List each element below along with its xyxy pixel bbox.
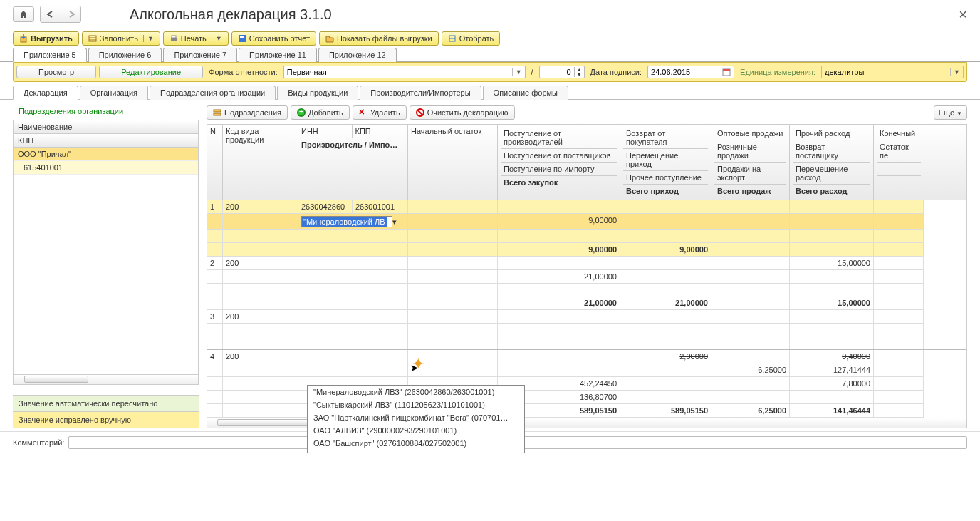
tab-app11[interactable]: Приложение 11 xyxy=(239,48,317,62)
svg-rect-1 xyxy=(89,36,96,41)
tab-app12[interactable]: Приложение 12 xyxy=(318,48,397,62)
subdiv-button[interactable]: Подразделения xyxy=(207,105,288,120)
add-button[interactable]: Добавить xyxy=(291,105,350,120)
producer-dropdown[interactable]: "Минераловодский ЛВЗ" (2630042860/263001… xyxy=(307,385,525,453)
col-prod: Производитель / Импо… xyxy=(298,138,407,151)
print-dropdown[interactable]: ▼ xyxy=(212,35,222,42)
save-button[interactable]: Сохранить отчет xyxy=(231,31,316,46)
subtab-producers[interactable]: Производители/Импортеры xyxy=(360,86,481,100)
col-kpp: КПП xyxy=(14,134,198,148)
col-n: N xyxy=(207,125,223,200)
export-button[interactable]: Выгрузить xyxy=(13,31,79,46)
clear-button[interactable]: Очистить декларацию xyxy=(410,105,515,120)
close-button[interactable]: × xyxy=(959,6,967,23)
home-button[interactable] xyxy=(13,6,34,22)
svg-rect-4 xyxy=(171,38,177,41)
sign-date-label: Дата подписи: xyxy=(588,68,645,76)
svg-rect-5 xyxy=(172,36,176,38)
back-button[interactable] xyxy=(41,6,61,22)
tab-app7[interactable]: Приложение 7 xyxy=(163,48,237,62)
cell-n[interactable]: 1 xyxy=(207,200,223,214)
legend-auto: Значение автоматически пересчитано xyxy=(13,395,199,411)
svg-rect-12 xyxy=(214,110,221,112)
chevron-down-icon[interactable]: ▾ xyxy=(392,217,397,227)
corr-down[interactable]: ▼ xyxy=(575,72,584,77)
tab-app6[interactable]: Приложение 6 xyxy=(88,48,162,62)
subtab-kinds[interactable]: Виды продукции xyxy=(277,86,358,100)
delete-icon: × xyxy=(359,108,368,117)
dropdown-option[interactable]: ОАО "АЛВИЗ" (2900000293/290101001) xyxy=(308,424,524,437)
dropdown-option[interactable]: ОАО "РОСТСПИРТПРОМ" (7730605160/10014300… xyxy=(308,450,524,453)
org-row[interactable]: ООО "Причал" xyxy=(14,148,198,161)
legend-manual: Значение исправлено вручную xyxy=(13,411,199,428)
cell-inn[interactable]: 2630042860 xyxy=(298,200,353,214)
report-form-select[interactable] xyxy=(284,66,512,78)
left-title: Подразделения организации xyxy=(13,105,199,117)
col-inn: ИНН xyxy=(298,125,353,138)
left-scrollbar[interactable] xyxy=(13,375,199,385)
subtab-desc[interactable]: Описание формы xyxy=(483,86,568,100)
clear-icon xyxy=(416,108,424,117)
col-name: Наименование xyxy=(14,120,198,134)
dropdown-option[interactable]: ОАО "Башспирт" (0276100884/027502001) xyxy=(308,437,524,450)
cell-kpp[interactable]: 263001001 xyxy=(353,200,408,214)
fill-button[interactable]: Заполнить ▼ xyxy=(82,31,160,46)
sign-date[interactable] xyxy=(648,66,719,78)
print-button[interactable]: Печать ▼ xyxy=(163,31,229,46)
kpp-row[interactable]: 615401001 xyxy=(14,161,198,175)
svg-rect-7 xyxy=(240,36,244,38)
dropdown-option[interactable]: ЗАО "Нарткалинский пищекомбинат "Вега" (… xyxy=(308,411,524,424)
more-button[interactable]: Еще ▼ xyxy=(934,105,967,120)
view-mode[interactable]: Просмотр xyxy=(16,66,96,78)
select-button[interactable]: Отобрать xyxy=(442,31,501,46)
col-kod: Код вида продукции xyxy=(223,125,298,200)
add-icon xyxy=(297,108,306,117)
page-title: Алкогольная декларация 3.1.0 xyxy=(130,6,332,23)
forward-button xyxy=(61,6,80,22)
corr-up[interactable]: ▲ xyxy=(575,67,584,72)
subtab-declaration[interactable]: Декларация xyxy=(13,86,78,100)
cell-kod[interactable]: 200 xyxy=(223,200,298,214)
unit-label: Единица измерения: xyxy=(737,68,818,76)
subtab-org[interactable]: Организация xyxy=(80,86,148,100)
tab-app5[interactable]: Приложение 5 xyxy=(13,48,87,62)
svg-rect-11 xyxy=(723,69,730,71)
producer-edit-cell[interactable]: "Минераловодский ЛВ▾ xyxy=(298,214,408,230)
delete-button[interactable]: ×Удалить xyxy=(353,105,407,120)
comment-label: Комментарий: xyxy=(13,438,64,447)
fill-dropdown[interactable]: ▼ xyxy=(143,35,154,42)
col-nach: Начальный остаток xyxy=(408,125,498,200)
unit-select[interactable] xyxy=(822,66,950,78)
subtab-subdiv[interactable]: Подразделения организации xyxy=(150,86,276,100)
dropdown-option[interactable]: "Сыктывкарский ЛВЗ" (1101205623/11010100… xyxy=(308,398,524,411)
calendar-icon[interactable] xyxy=(719,68,734,76)
svg-rect-13 xyxy=(214,113,221,115)
report-form-label: Форма отчетности: xyxy=(206,68,281,76)
show-files-button[interactable]: Показать файлы выгрузки xyxy=(319,31,439,46)
corr-number[interactable] xyxy=(540,66,574,78)
col-kpp2: КПП xyxy=(353,125,407,138)
dropdown-option[interactable]: "Минераловодский ЛВЗ" (2630042860/263001… xyxy=(308,386,524,398)
report-form-dropdown[interactable]: ▼ xyxy=(512,68,525,76)
edit-mode[interactable]: Редактирование xyxy=(99,66,203,78)
unit-dropdown[interactable]: ▼ xyxy=(950,68,963,76)
